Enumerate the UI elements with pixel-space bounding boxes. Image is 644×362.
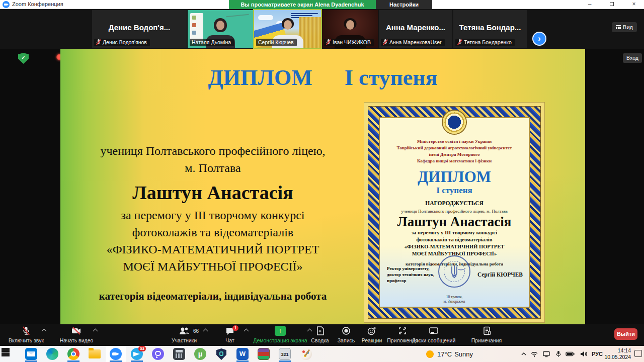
start-button[interactable] [4, 348, 16, 360]
minimize-button[interactable]: – [580, 0, 600, 9]
participant-video-person [272, 18, 304, 41]
participant-tile-tetiana[interactable]: Тетяна Бондар... Тетяна Бондаренко [453, 10, 527, 48]
weather-temp: 17°C [437, 350, 452, 358]
taskbar-zoom-icon[interactable] [110, 348, 122, 360]
slide-line: «ФІЗИКО-МАТЕМАТИЧНИЙ ПОРТРЕТ [70, 241, 355, 258]
taskbar-telegram-icon[interactable]: 53 [131, 348, 143, 360]
tray-speaker[interactable] [580, 346, 588, 362]
slide-category-line: категорія відеоматеріали, індивідуальна … [70, 290, 355, 303]
tray-wifi[interactable] [530, 346, 538, 362]
chat-unread-badge: 1 [232, 325, 238, 331]
battery-icon [566, 351, 575, 357]
view-layout-button[interactable]: Вид [612, 22, 637, 32]
slide-line: учениця Полтавського професійного ліцею, [70, 142, 355, 159]
participants-strip: Денис Водоп'я... Денис Водоп'янов Наталя… [0, 9, 644, 49]
presentation-slide: ДИПЛОМІ ступеня учениця Полтавського про… [60, 49, 585, 324]
cert-reason-line: за перемогу у ІІІ творчому конкурсі [380, 229, 529, 236]
taskbar-word-icon[interactable]: W [236, 348, 249, 360]
mic-muted-icon [383, 39, 387, 45]
weather-desc: Sunny [454, 350, 473, 358]
participant-name-label: Сергій Кюрчев [256, 39, 297, 46]
reactions-button[interactable]: Реакции [357, 326, 386, 345]
clock[interactable]: 14:14 10.05.2024 [604, 347, 631, 360]
participant-video-person [334, 18, 366, 41]
summary-button[interactable]: Сводка [306, 326, 334, 345]
cert-reason-line: фотоколажів та відеоматеріалів [380, 236, 529, 243]
whiteboard-icon [428, 326, 439, 336]
leave-meeting-button[interactable]: Выйти [614, 328, 637, 340]
cert-date-line: м. Запоріжжя [380, 299, 529, 304]
tray-battery[interactable] [566, 346, 575, 362]
grid-view-icon [616, 25, 621, 29]
maximize-button[interactable] [602, 0, 622, 9]
taskbar-edge-icon[interactable] [46, 348, 58, 360]
taskbar-utorrent-icon[interactable]: µ [194, 348, 206, 360]
taskbar-calculator-icon[interactable] [173, 348, 185, 360]
participant-tile-sergiy-active-speaker[interactable]: Сергій Кюрчев [254, 10, 321, 48]
participant-overlay-name: Тетяна Бондар... [453, 23, 527, 32]
taskbar-mail-icon[interactable] [25, 348, 37, 360]
tray-cast-device[interactable] [542, 346, 550, 362]
cert-diploma-title: ДИПЛОМ [380, 168, 529, 186]
participant-tile-denys[interactable]: Денис Водоп'я... Денис Водоп'янов [92, 10, 187, 48]
participant-tile-anna[interactable]: Анна Маренко... Анна МаренковаUser [379, 10, 452, 48]
cert-signer-name: Сергій КЮРЧЕВ [477, 272, 523, 278]
share-screen-button[interactable]: ↑ Демонстрация экрана [251, 326, 310, 345]
participants-button[interactable]: Участники [162, 326, 206, 345]
participant-tile-ivan[interactable]: Іван ЧИЖИКОВ [322, 10, 378, 48]
window-title: Zoom Конференция [12, 1, 63, 7]
chat-button[interactable]: Чат [214, 326, 246, 345]
microphone-icon [555, 350, 561, 357]
sun-icon [426, 350, 434, 358]
view-settings-button[interactable]: Настройки просмотра [376, 0, 432, 9]
tray-microphone[interactable] [555, 346, 561, 362]
university-round-stamp [438, 255, 470, 288]
camera-off-icon [71, 326, 82, 336]
participant-name-label: Тетяна Бондаренко [455, 39, 515, 46]
apps-icon [397, 326, 408, 336]
start-video-button[interactable]: Начать видео [52, 326, 101, 345]
maximize-icon [610, 2, 614, 6]
join-audio-entry-button[interactable]: Вход [623, 53, 642, 63]
cert-awarded-label: НАГОРОДЖУЄТЬСЯ [380, 200, 529, 206]
mic-muted-icon [21, 326, 31, 336]
participant-video-person [204, 18, 236, 41]
notes-button[interactable]: Примечания [464, 326, 509, 345]
smiley-plus-icon [367, 326, 377, 336]
language-indicator[interactable]: РУС [592, 346, 603, 362]
taskbar-viber-icon[interactable] [152, 348, 164, 360]
zoom-app-icon [3, 1, 10, 8]
slide-title: ДИПЛОМІ ступеня [60, 65, 585, 90]
screen-share-banner: Вы просматриваете экран Alena Dyadenchuk [229, 0, 376, 9]
security-shield-icon[interactable]: ✓ [18, 53, 29, 64]
slide-winner-name: Лаштун Анастасія [70, 182, 355, 204]
slide-line: МОЄЇ МАЙБУТНЬОЇ ПРОФЕСІЇ» [70, 258, 355, 275]
cloud-decoration [258, 15, 273, 20]
taskbar-chrome-icon[interactable] [67, 348, 79, 360]
notification-center-icon[interactable] [634, 350, 642, 357]
unmute-button[interactable]: Включить звук [3, 326, 49, 345]
close-button[interactable]: × [624, 0, 644, 9]
participants-icon [178, 326, 190, 336]
mic-muted-icon [326, 39, 331, 45]
cert-signer-title: професор [387, 278, 441, 284]
weather-widget[interactable]: 17°C Sunny [426, 346, 473, 362]
whiteboards-button[interactable]: Доски сообщений [409, 326, 459, 345]
record-button[interactable]: Запись [333, 326, 359, 345]
cert-signer-title: доктор технічних наук, [387, 272, 441, 278]
participant-tile-natalia[interactable]: Наталя Дьоміна [188, 10, 253, 48]
slide-text-block: учениця Полтавського професійного ліцею,… [70, 142, 355, 303]
cert-winner-name: Лаштун Анастасія [380, 214, 529, 229]
mic-muted-icon [96, 39, 101, 45]
chevron-up-icon [520, 350, 527, 357]
cert-signature-row: Ректор університету, доктор технічних на… [380, 259, 529, 293]
tray-chevron-up[interactable] [520, 346, 527, 362]
participant-name-label: Анна МаренковаUser [381, 39, 445, 46]
taskbar-winrar-icon[interactable] [258, 348, 270, 360]
taskbar-media-player-icon[interactable]: 321 [279, 348, 291, 360]
taskbar-explorer-icon[interactable] [89, 348, 101, 360]
next-participants-button[interactable]: › [532, 32, 546, 46]
taskbar-paint-icon[interactable] [300, 348, 312, 360]
taskbar-shield-app-icon[interactable] [215, 348, 227, 360]
participant-name-label: Денис Водоп'янов [94, 39, 150, 46]
